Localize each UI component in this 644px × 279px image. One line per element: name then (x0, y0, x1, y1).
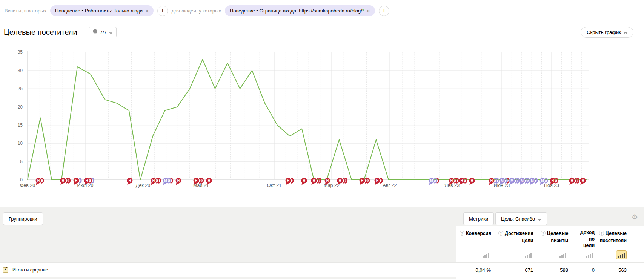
column-label: Доход по цели (577, 230, 595, 249)
chevron-down-icon (538, 216, 541, 222)
bar-chart-icon[interactable] (584, 250, 595, 259)
note-marker[interactable]: Н (311, 177, 325, 186)
y-tick-label: 35 (18, 49, 23, 55)
svg-text:Н: Н (490, 179, 493, 182)
total-value[interactable]: 0,04 % (476, 267, 491, 274)
bar-chart-icon[interactable] (616, 250, 627, 259)
note-marker-icon: М (429, 177, 443, 186)
totals-label: Итого и средние (12, 267, 48, 273)
totals-value-cell: 671 (492, 267, 534, 273)
bar-chart-icon[interactable] (523, 250, 533, 259)
note-marker[interactable]: Н (469, 177, 483, 186)
totals-row: ✓ Итого и средние 0,04 %6715880563 (0, 262, 644, 277)
note-marker[interactable]: Н (84, 177, 98, 186)
help-icon: ? (541, 231, 546, 236)
column-header[interactable]: ?Целевые посетители (595, 230, 627, 249)
note-marker-icon: Н (127, 177, 141, 186)
y-tick-label: 15 (18, 123, 23, 128)
segment-chip-text: Поведение • Страница входа: https://sumk… (230, 8, 364, 14)
svg-text:М: М (164, 179, 167, 182)
svg-text:Н: Н (208, 179, 211, 182)
chart-canvas[interactable]: 05101520253035Фев 20Июл 20Дек 20Май 21Ок… (0, 45, 644, 194)
svg-text:Н: Н (75, 179, 78, 182)
svg-text:Н: Н (461, 179, 463, 182)
goal-selector-button[interactable]: Цель: Спасибо (495, 212, 547, 225)
note-marker-icon: Н (175, 177, 190, 186)
svg-text:М: М (521, 179, 524, 182)
svg-text:Н: Н (582, 179, 584, 182)
svg-text:Н: Н (195, 179, 198, 182)
total-value[interactable]: 588 (560, 267, 568, 274)
note-marker-icon: М (163, 177, 177, 186)
svg-text:Н: Н (287, 179, 290, 182)
total-value[interactable]: 671 (525, 267, 533, 274)
svg-text:Н: Н (571, 179, 573, 182)
svg-text:Н: Н (326, 179, 329, 182)
note-marker-icon: Н (285, 177, 300, 186)
remove-chip-icon[interactable]: × (145, 8, 149, 14)
note-marker-icon: Н (60, 177, 74, 186)
segment-chip-entry-page[interactable]: Поведение • Страница входа: https://sumk… (225, 5, 375, 16)
note-marker[interactable]: Н (580, 177, 594, 186)
y-tick-label: 5 (20, 159, 23, 164)
note-marker[interactable]: М (163, 177, 177, 186)
y-tick-label: 30 (18, 68, 23, 73)
bar-chart-icon[interactable] (558, 250, 568, 259)
add-segment-button[interactable]: + (157, 6, 168, 16)
note-marker[interactable]: Н (193, 177, 207, 186)
total-value[interactable]: 563 (618, 267, 627, 274)
note-marker[interactable]: Н (127, 177, 141, 186)
note-marker-icon: Н (469, 177, 483, 186)
note-marker[interactable]: Н (337, 177, 351, 186)
segment-filter-bar: Визиты, в которых Поведение • Роботность… (5, 5, 389, 16)
help-icon: ? (460, 231, 464, 236)
gear-icon[interactable]: ⚙ (632, 213, 638, 221)
note-marker-icon: Н (35, 177, 50, 186)
total-value[interactable]: 0 (592, 267, 595, 274)
totals-checkbox[interactable]: ✓ (3, 267, 8, 273)
svg-text:Н: Н (552, 179, 554, 182)
totals-value-cell: 0,04 % (456, 267, 492, 273)
segment-chip-robots[interactable]: Поведение • Роботность: Только люди × (50, 5, 154, 16)
note-marker[interactable]: Н (285, 177, 300, 186)
column-label: Достижения цели (505, 231, 533, 243)
note-marker[interactable]: Н (175, 177, 190, 186)
remove-chip-icon[interactable]: × (367, 8, 370, 14)
notes-button[interactable]: 7/7 (89, 27, 117, 37)
svg-text:Н: Н (177, 179, 180, 182)
column-toggle-cell (456, 250, 492, 260)
note-marker-icon: Н (359, 177, 373, 186)
note-marker[interactable]: Н (359, 177, 373, 186)
note-marker[interactable]: Н (60, 177, 74, 186)
add-people-segment-button[interactable]: + (379, 6, 389, 16)
column-header[interactable]: ?Конверсия (456, 230, 492, 249)
svg-text:Н: Н (37, 179, 40, 182)
groupings-button[interactable]: Группировки (3, 212, 43, 225)
note-marker-icon: Н (206, 177, 220, 186)
note-marker[interactable]: Н (35, 177, 50, 186)
hide-chart-button[interactable]: Скрыть график (581, 27, 633, 38)
help-icon: ? (599, 231, 604, 236)
totals-value-cell: 588 (534, 267, 569, 273)
totals-value-cell: 0 (569, 267, 595, 273)
note-marker[interactable]: М (429, 177, 443, 186)
svg-text:М: М (430, 179, 433, 182)
bar-chart-icon[interactable] (481, 250, 491, 259)
note-marker-icon: Н (311, 177, 325, 186)
note-marker[interactable]: Н (206, 177, 220, 186)
svg-text:Н: Н (86, 179, 88, 182)
svg-text:Н: Н (450, 179, 453, 182)
column-header[interactable]: ?Достижения цели (492, 230, 534, 249)
wildcard-suffix: * (362, 8, 364, 14)
metrics-button[interactable]: Метрики (463, 212, 494, 225)
column-toggle-cell (492, 250, 534, 260)
column-header[interactable]: ?Целевые визиты (534, 230, 569, 249)
note-marker-icon: Н (193, 177, 207, 186)
note-marker[interactable]: Н (374, 177, 389, 186)
note-marker[interactable]: Н (550, 177, 564, 186)
y-tick-label: 10 (18, 141, 23, 146)
svg-text:Н: Н (376, 179, 379, 182)
column-toggle-cell (534, 250, 569, 260)
column-header[interactable]: Доход по цели (569, 230, 595, 249)
column-label: Конверсия (466, 231, 491, 236)
